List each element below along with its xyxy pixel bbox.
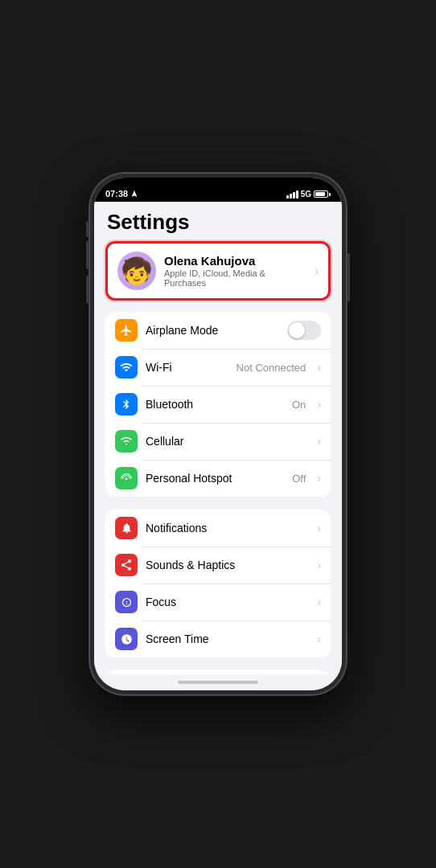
sounds-chevron: ›	[317, 559, 321, 571]
airplane-icon	[115, 319, 138, 342]
hotspot-value: Off	[292, 473, 306, 485]
profile-subtitle: Apple ID, iCloud, Media & Purchases	[164, 268, 306, 288]
phone-screen: 07:38 5G	[94, 178, 342, 690]
status-time: 07:38	[105, 189, 138, 199]
phone-frame: 07:38 5G	[89, 173, 347, 695]
time-display: 07:38	[105, 189, 128, 199]
battery-indicator	[314, 190, 331, 198]
signal-bar-1	[286, 195, 289, 199]
signal-strength	[286, 190, 298, 199]
bluetooth-row[interactable]: Bluetooth On ›	[105, 386, 331, 423]
cellular-icon	[115, 430, 138, 452]
notifications-icon	[115, 517, 138, 539]
focus-label: Focus	[146, 596, 309, 608]
toggle-knob	[289, 322, 305, 338]
profile-row[interactable]: 🧒 Olena Kahujova Apple ID, iCloud, Media…	[105, 241, 331, 301]
screentime-label: Screen Time	[146, 633, 309, 645]
cellular-label: Cellular	[146, 435, 309, 448]
wifi-row[interactable]: Wi-Fi Not Connected ›	[105, 349, 331, 386]
airplane-toggle[interactable]	[287, 321, 321, 340]
volume-up-button[interactable]	[86, 241, 89, 269]
notifications-row[interactable]: Notifications ›	[105, 510, 331, 547]
display-group: General › Control Center › AA Display & …	[105, 670, 331, 674]
hotspot-label: Personal Hotspot	[146, 472, 284, 485]
sounds-label: Sounds & Haptics	[146, 559, 309, 571]
focus-icon	[115, 591, 138, 613]
general-row[interactable]: General ›	[105, 670, 331, 674]
connectivity-group: Airplane Mode Wi-Fi Not Connected ›	[105, 312, 331, 497]
hotspot-row[interactable]: Personal Hotspot Off ›	[105, 460, 331, 497]
volume-down-button[interactable]	[86, 276, 89, 304]
profile-chevron: ›	[315, 264, 319, 277]
avatar: 🧒	[117, 252, 156, 290]
wifi-label: Wi-Fi	[146, 361, 228, 374]
airplane-label: Airplane Mode	[146, 324, 279, 337]
hotspot-chevron: ›	[317, 472, 321, 485]
location-icon	[130, 190, 138, 198]
profile-name: Olena Kahujova	[164, 254, 306, 268]
signal-bar-4	[296, 190, 298, 199]
focus-row[interactable]: Focus ›	[105, 583, 331, 620]
mute-button[interactable]	[86, 221, 89, 237]
wifi-icon	[115, 356, 138, 379]
bluetooth-label: Bluetooth	[146, 398, 284, 411]
signal-bar-3	[293, 192, 295, 199]
bluetooth-icon	[115, 393, 138, 416]
focus-chevron: ›	[317, 596, 321, 608]
profile-info: Olena Kahujova Apple ID, iCloud, Media &…	[164, 254, 306, 288]
page-title: Settings	[94, 202, 342, 241]
power-button[interactable]	[347, 253, 350, 301]
sounds-icon	[115, 554, 138, 576]
notifications-label: Notifications	[146, 522, 309, 534]
signal-bar-2	[290, 194, 292, 199]
cellular-row[interactable]: Cellular ›	[105, 423, 331, 460]
home-bar	[178, 681, 258, 684]
home-indicator	[94, 674, 342, 690]
wifi-chevron: ›	[317, 361, 321, 374]
bluetooth-value: On	[292, 399, 306, 411]
sounds-row[interactable]: Sounds & Haptics ›	[105, 547, 331, 583]
settings-scroll[interactable]: Settings 🧒 Olena Kahujova Apple ID, iClo…	[94, 202, 342, 674]
status-bar: 07:38 5G	[94, 178, 342, 202]
notch	[170, 178, 266, 197]
screentime-chevron: ›	[317, 633, 321, 645]
status-indicators: 5G	[286, 190, 331, 199]
wifi-value: Not Connected	[237, 362, 306, 374]
alerts-group: Notifications › Sounds & Haptics › Focus…	[105, 510, 331, 657]
network-type: 5G	[301, 190, 311, 199]
screentime-icon	[115, 628, 138, 650]
cellular-chevron: ›	[317, 435, 321, 448]
bluetooth-chevron: ›	[317, 398, 321, 411]
screentime-row[interactable]: Screen Time ›	[105, 620, 331, 657]
hotspot-icon	[115, 467, 138, 489]
airplane-mode-row[interactable]: Airplane Mode	[105, 312, 331, 349]
notifications-chevron: ›	[317, 522, 321, 534]
